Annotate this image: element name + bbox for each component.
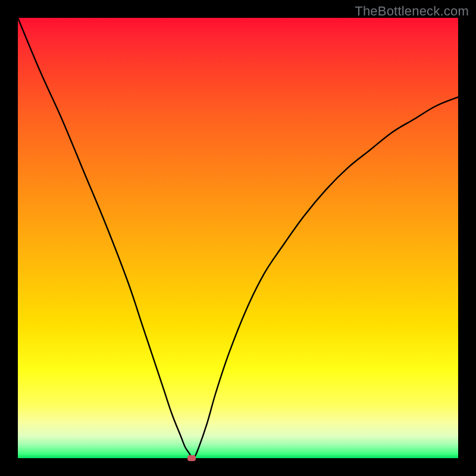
watermark-text: TheBottleneck.com	[355, 4, 469, 19]
bottleneck-curve	[18, 18, 458, 458]
chart-frame: TheBottleneck.com	[0, 0, 476, 476]
curve-minimum-marker	[187, 455, 196, 461]
plot-area	[18, 18, 458, 458]
